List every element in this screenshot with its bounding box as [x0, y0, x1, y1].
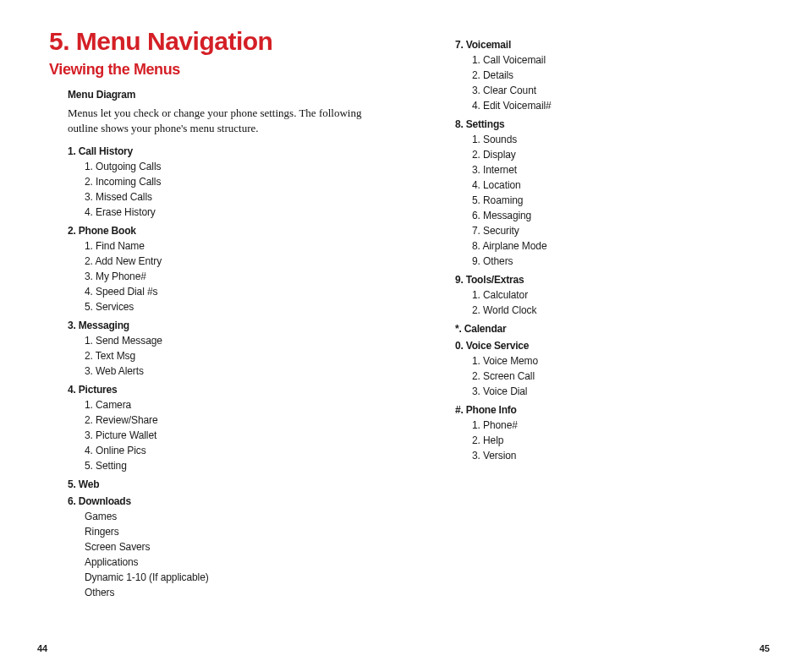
- menu-item: 9. Others: [472, 254, 760, 269]
- subsection-heading: Menu Diagram: [68, 89, 379, 101]
- menu-item: 8. Airplane Mode: [472, 238, 760, 254]
- menu-heading: 8. Settings: [455, 118, 760, 130]
- menu-item: 2. Incoming Calls: [85, 174, 379, 189]
- page-number-left: 44: [37, 643, 47, 653]
- menu-item: 4. Online Pics: [85, 443, 379, 458]
- menu-item: 3. Clear Count: [472, 83, 760, 98]
- menu-item: Applications: [85, 555, 379, 570]
- menu-items: 1. Find Name2. Add New Entry3. My Phone#…: [85, 238, 379, 314]
- right-menu-list: 7. Voicemail1. Call Voicemail2. Details3…: [455, 39, 760, 463]
- menu-item: 4. Erase History: [85, 205, 379, 220]
- menu-item: 1. Calculator: [472, 287, 760, 303]
- menu-item: 1. Voice Memo: [472, 353, 760, 369]
- menu-item: 5. Setting: [85, 458, 379, 473]
- menu-item: 4. Edit Voicemail#: [472, 98, 760, 113]
- menu-heading: 5. Web: [68, 478, 379, 490]
- menu-item: 5. Roaming: [472, 193, 760, 208]
- two-column-layout: 5. Menu Navigation Viewing the Menus Men…: [49, 27, 770, 604]
- menu-item: 6. Messaging: [472, 208, 760, 223]
- menu-items: 1. Call Voicemail2. Details3. Clear Coun…: [472, 52, 760, 113]
- menu-heading: 1. Call History: [68, 145, 379, 157]
- menu-item: 2. Display: [472, 147, 760, 162]
- menu-heading: *. Calendar: [455, 323, 760, 335]
- menu-items: 1. Phone#2. Help3. Version: [472, 418, 760, 463]
- menu-items: 1. Send Message2. Text Msg3. Web Alerts: [85, 333, 379, 379]
- menu-item: 2. Text Msg: [85, 348, 379, 363]
- menu-items: 1. Voice Memo2. Screen Call3. Voice Dial: [472, 353, 760, 399]
- menu-item: 1. Send Message: [85, 333, 379, 348]
- menu-heading: 2. Phone Book: [68, 225, 379, 237]
- left-menu-list: 1. Call History1. Outgoing Calls2. Incom…: [68, 145, 379, 600]
- menu-item: 3. My Phone#: [85, 269, 379, 284]
- menu-heading: 4. Pictures: [68, 384, 379, 396]
- menu-heading: 3. Messaging: [68, 320, 379, 331]
- document-page: 5. Menu Navigation Viewing the Menus Men…: [0, 0, 807, 672]
- menu-items: 1. Sounds2. Display3. Internet4. Locatio…: [472, 132, 760, 269]
- menu-items: 1. Calculator2. World Clock: [472, 287, 760, 318]
- menu-items: GamesRingersScreen SaversApplicationsDyn…: [85, 509, 379, 600]
- menu-item: 3. Picture Wallet: [85, 428, 379, 443]
- menu-item: 2. Help: [472, 433, 760, 448]
- menu-item: 1. Phone#: [472, 418, 760, 433]
- menu-heading: 7. Voicemail: [455, 39, 760, 51]
- menu-item: Ringers: [85, 524, 379, 539]
- menu-heading: 6. Downloads: [68, 495, 379, 507]
- menu-heading: 0. Voice Service: [455, 340, 760, 352]
- menu-item: 3. Web Alerts: [85, 363, 379, 379]
- intro-paragraph: Menus let you check or change your phone…: [68, 106, 364, 135]
- menu-item: Others: [85, 585, 379, 600]
- menu-item: 2. Screen Call: [472, 369, 760, 384]
- menu-item: 4. Location: [472, 178, 760, 193]
- menu-item: 3. Missed Calls: [85, 189, 379, 205]
- menu-item: 3. Version: [472, 448, 760, 463]
- menu-item: Dynamic 1-10 (If applicable): [85, 570, 379, 585]
- page-number-right: 45: [760, 643, 770, 653]
- menu-heading: 9. Tools/Extras: [455, 274, 760, 286]
- menu-item: 2. Review/Share: [85, 412, 379, 428]
- menu-item: 1. Call Voicemail: [472, 52, 760, 68]
- menu-item: 5. Services: [85, 299, 379, 314]
- menu-item: 7. Security: [472, 223, 760, 238]
- menu-item: Games: [85, 509, 379, 524]
- menu-item: 1. Camera: [85, 397, 379, 412]
- menu-item: Screen Savers: [85, 539, 379, 555]
- menu-heading: #. Phone Info: [455, 404, 760, 416]
- menu-item: 1. Outgoing Calls: [85, 159, 379, 174]
- menu-items: 1. Camera2. Review/Share3. Picture Walle…: [85, 397, 379, 473]
- menu-items: 1. Outgoing Calls2. Incoming Calls3. Mis…: [85, 159, 379, 220]
- menu-item: 2. Details: [472, 68, 760, 83]
- left-column: 5. Menu Navigation Viewing the Menus Men…: [49, 27, 379, 604]
- right-column: 7. Voicemail1. Call Voicemail2. Details3…: [455, 27, 760, 604]
- menu-item: 1. Find Name: [85, 238, 379, 254]
- menu-item: 1. Sounds: [472, 132, 760, 147]
- menu-item: 2. World Clock: [472, 303, 760, 318]
- menu-item: 3. Voice Dial: [472, 384, 760, 399]
- section-title: Viewing the Menus: [49, 61, 379, 79]
- chapter-title: 5. Menu Navigation: [49, 27, 379, 56]
- menu-item: 2. Add New Entry: [85, 254, 379, 269]
- menu-item: 3. Internet: [472, 162, 760, 178]
- menu-item: 4. Speed Dial #s: [85, 284, 379, 299]
